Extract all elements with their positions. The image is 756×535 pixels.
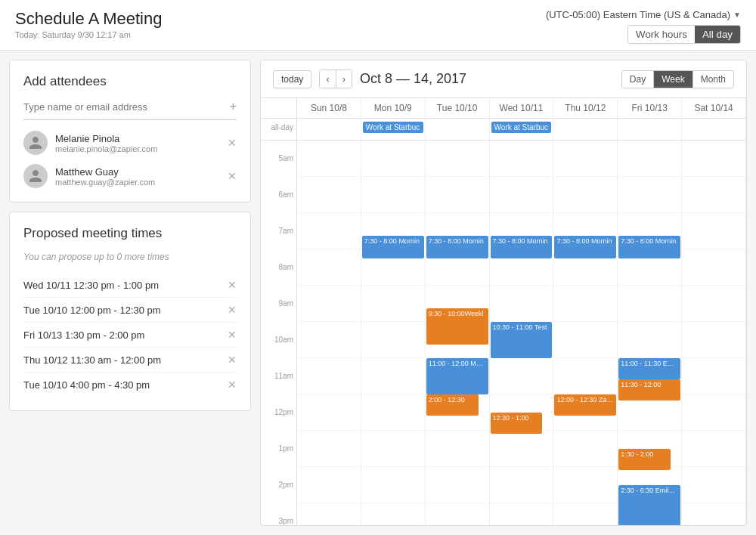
cell-sun-3pm[interactable]	[297, 503, 361, 525]
cell-tue-5am[interactable]	[426, 141, 490, 177]
cell-wed-1pm[interactable]	[490, 431, 554, 467]
all-day-tue	[426, 119, 490, 140]
cell-sat-6am[interactable]	[682, 177, 746, 213]
cell-tue-11am[interactable]: 11:00 - 12:00 Monthly	[426, 358, 490, 394]
remove-proposed-icon[interactable]: ✕	[228, 279, 237, 291]
cell-mon-11am[interactable]	[361, 358, 426, 394]
cell-thu-6am[interactable]	[553, 177, 618, 213]
cell-tue-1pm[interactable]	[426, 431, 490, 467]
time-label-8am: 8am	[261, 249, 297, 286]
all-day-button[interactable]: All day	[695, 26, 740, 43]
cell-sun-9am[interactable]	[297, 286, 361, 322]
cell-wed-2pm[interactable]	[490, 467, 554, 503]
cell-sun-6am[interactable]	[297, 177, 361, 213]
cell-fri-7am[interactable]: 7:30 - 8:00 Mornin	[618, 213, 682, 249]
remove-attendee-icon[interactable]: ✕	[228, 170, 237, 182]
cell-fri-1pm[interactable]: 1:30 - 2:00	[618, 431, 682, 467]
cell-tue-7am[interactable]: 7:30 - 8:00 Mornin	[426, 213, 490, 249]
attendee-input[interactable]	[23, 101, 230, 113]
remove-proposed-icon[interactable]: ✕	[228, 329, 237, 341]
cell-fri-5am[interactable]	[618, 141, 682, 177]
remove-attendee-icon[interactable]: ✕	[228, 137, 237, 149]
cell-wed-9am[interactable]	[490, 286, 554, 322]
cell-sat-10am[interactable]	[682, 322, 746, 358]
cell-sun-8am[interactable]	[297, 249, 361, 286]
time-grid: 5am 6am	[261, 141, 746, 525]
cell-sat-2pm[interactable]	[682, 467, 746, 503]
cell-mon-12pm[interactable]	[361, 394, 426, 431]
cell-mon-7am[interactable]: 7:30 - 8:00 Mornin	[361, 213, 426, 249]
cell-sun-2pm[interactable]	[297, 467, 361, 503]
cell-sat-7am[interactable]	[682, 213, 746, 249]
remove-proposed-icon[interactable]: ✕	[228, 379, 237, 391]
cell-tue-6am[interactable]	[426, 177, 490, 213]
cell-sat-5am[interactable]	[682, 141, 746, 177]
cell-sat-9am[interactable]	[682, 286, 746, 322]
cell-wed-5am[interactable]	[490, 141, 554, 177]
remove-proposed-icon[interactable]: ✕	[228, 304, 237, 316]
cell-sun-1pm[interactable]	[297, 431, 361, 467]
cell-mon-2pm[interactable]	[361, 467, 426, 503]
cell-sat-11am[interactable]	[682, 358, 746, 394]
calendar-grid[interactable]: Sun 10/8 Mon 10/9 Tue 10/10 Wed 10/11 Th…	[261, 98, 746, 525]
cell-wed-7am[interactable]: 7:30 - 8:00 Mornin	[490, 213, 554, 249]
cell-fri-9am[interactable]	[618, 286, 682, 322]
cell-thu-2pm[interactable]	[553, 467, 618, 503]
cell-mon-9am[interactable]	[361, 286, 426, 322]
cell-wed-12pm[interactable]: 12:30 - 1:00	[490, 394, 554, 431]
cell-sat-12pm[interactable]	[682, 394, 746, 431]
cell-thu-11am[interactable]	[553, 358, 618, 394]
cell-sun-5am[interactable]	[297, 141, 361, 177]
proposed-time: Fri 10/13 1:30 pm - 2:00 pm	[23, 329, 144, 341]
cell-thu-5am[interactable]	[553, 141, 618, 177]
cell-mon-10am[interactable]	[361, 322, 426, 358]
prev-button[interactable]: ‹	[320, 70, 336, 88]
cell-sat-8am[interactable]	[682, 249, 746, 286]
cell-thu-3pm[interactable]	[553, 503, 618, 525]
cell-fri-6am[interactable]	[618, 177, 682, 213]
time-label-6am: 6am	[261, 177, 297, 213]
cell-fri-11am[interactable]: 11:00 - 11:30 Emily 11:30 - 12:00	[618, 358, 682, 394]
event-mon-730: 7:30 - 8:00 Mornin	[362, 236, 424, 258]
work-hours-button[interactable]: Work hours	[628, 26, 695, 43]
cell-mon-1pm[interactable]	[361, 431, 426, 467]
cell-fri-10am[interactable]	[618, 322, 682, 358]
cell-mon-6am[interactable]	[361, 177, 426, 213]
cell-thu-10am[interactable]	[553, 322, 618, 358]
page-title: Schedule A Meeting	[15, 9, 162, 29]
event-thu-730: 7:30 - 8:00 Mornin	[554, 236, 616, 258]
cell-thu-7am[interactable]: 7:30 - 8:00 Mornin	[553, 213, 618, 249]
cell-fri-2pm[interactable]: 2:30 - 6:30 Emily Irish on Support	[618, 467, 682, 503]
cell-tue-2pm[interactable]	[426, 467, 490, 503]
cell-sun-7am[interactable]	[297, 213, 361, 249]
cell-sun-11am[interactable]	[297, 358, 361, 394]
cell-sat-3pm[interactable]	[682, 503, 746, 525]
cell-wed-11am[interactable]	[490, 358, 554, 394]
cell-mon-3pm[interactable]	[361, 503, 426, 525]
cell-tue-12pm[interactable]: 2:00 - 12:30	[426, 394, 490, 431]
attendee-list: Melanie Pinola melanie.pinola@zapier.com…	[23, 131, 237, 188]
attendee-name: Matthew Guay	[55, 166, 220, 178]
cell-wed-6am[interactable]	[490, 177, 554, 213]
today-button[interactable]: today	[273, 70, 311, 88]
next-button[interactable]: ›	[336, 70, 352, 88]
cell-sun-12pm[interactable]	[297, 394, 361, 431]
day-view-button[interactable]: Day	[622, 71, 653, 88]
cell-thu-12pm[interactable]: 12:00 - 12:30 Zapie	[553, 394, 618, 431]
all-day-sun	[297, 119, 361, 140]
month-view-button[interactable]: Month	[692, 71, 733, 88]
cell-thu-9am[interactable]	[553, 286, 618, 322]
add-icon[interactable]: +	[230, 100, 237, 113]
cell-mon-5am[interactable]	[361, 141, 426, 177]
cell-tue-9am[interactable]: 9:30 - 10:00Weekl	[426, 286, 490, 322]
cell-thu-1pm[interactable]	[553, 431, 618, 467]
cell-wed-3pm[interactable]	[490, 503, 554, 525]
cell-tue-3pm[interactable]	[426, 503, 490, 525]
cell-wed-10am[interactable]: 10:30 - 11:00 Test	[490, 322, 554, 358]
cell-sat-1pm[interactable]	[682, 431, 746, 467]
week-view-button[interactable]: Week	[653, 71, 692, 88]
remove-proposed-icon[interactable]: ✕	[228, 354, 237, 366]
timezone-selector[interactable]: (UTC-05:00) Eastern Time (US & Canada) ▼	[546, 9, 741, 20]
cell-sun-10am[interactable]	[297, 322, 361, 358]
attendees-panel: Add attendees + Melanie Pinola melanie.p…	[9, 60, 251, 203]
